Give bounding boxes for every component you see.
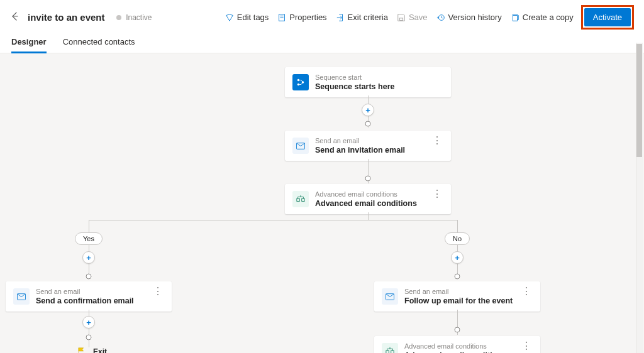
activate-highlight: Activate (581, 5, 634, 30)
save-button: Save (396, 10, 429, 24)
node-title: Advanced email conditions (315, 199, 425, 208)
history-icon (436, 13, 445, 22)
svg-point-6 (297, 79, 300, 82)
svg-point-7 (297, 84, 300, 86)
exit-criteria-button[interactable]: Exit criteria (335, 10, 389, 24)
node-kind: Advanced email conditions (404, 342, 514, 350)
page-header: invite to an event Inactive Edit tags Pr… (0, 0, 644, 33)
email-icon (382, 288, 398, 305)
svg-rect-15 (391, 350, 394, 353)
connector (89, 310, 89, 347)
node-title: Sequence starts here (315, 82, 443, 91)
connector (457, 220, 458, 279)
connector-port (455, 327, 460, 333)
conditions-icon (292, 191, 309, 207)
add-step-button[interactable]: + (362, 104, 374, 116)
tab-strip: Designer Connected contacts (0, 33, 644, 53)
svg-rect-3 (399, 18, 402, 20)
conditions-icon (382, 343, 398, 353)
node-title: Send an invitation email (315, 146, 425, 155)
node-kind: Sequence start (315, 73, 443, 81)
designer-canvas[interactable]: Sequence start Sequence starts here + Se… (0, 53, 644, 353)
node-title: Send a confirmation email (36, 296, 145, 305)
node-more-icon[interactable]: ⋮ (520, 288, 533, 295)
activate-button[interactable]: Activate (584, 8, 631, 26)
connector-port (365, 121, 371, 127)
edit-tags-button[interactable]: Edit tags (224, 10, 270, 24)
tab-designer[interactable]: Designer (11, 33, 47, 53)
node-kind: Send an email (315, 137, 425, 144)
exit-flag-icon (77, 347, 86, 353)
save-icon (397, 13, 406, 22)
create-copy-button[interactable]: Create a copy (509, 10, 575, 24)
tab-connected-contacts[interactable]: Connected contacts (63, 33, 135, 53)
sequence-start-icon (292, 74, 309, 90)
node-send-invitation-email[interactable]: Send an email Send an invitation email ⋮ (285, 131, 451, 161)
vertical-scrollbar-thumb[interactable] (636, 44, 642, 157)
copy-icon (511, 13, 519, 22)
email-icon (292, 138, 309, 154)
svg-rect-10 (297, 198, 299, 201)
tag-icon (225, 13, 234, 22)
exit-icon (336, 13, 345, 22)
add-step-button[interactable]: + (451, 251, 464, 264)
branch-no-label: No (445, 232, 470, 245)
status-indicator: Inactive (111, 13, 152, 22)
connector (368, 212, 369, 220)
connector-port (455, 274, 460, 280)
svg-rect-5 (513, 15, 517, 21)
document-icon (277, 13, 286, 22)
version-history-button[interactable]: Version history (435, 10, 503, 24)
add-step-button[interactable]: + (82, 251, 95, 264)
node-sequence-start[interactable]: Sequence start Sequence starts here (285, 67, 451, 97)
add-step-button[interactable]: + (82, 316, 95, 329)
node-more-icon[interactable]: ⋮ (431, 137, 443, 144)
connector-port (365, 176, 371, 182)
node-follow-up-email[interactable]: Send an email Follow up email for the ev… (374, 281, 540, 312)
node-more-icon[interactable]: ⋮ (520, 342, 533, 350)
node-more-icon[interactable]: ⋮ (431, 190, 443, 198)
svg-rect-14 (386, 350, 389, 353)
node-more-icon[interactable]: ⋮ (152, 288, 164, 295)
svg-rect-11 (302, 198, 304, 201)
node-kind: Send an email (404, 288, 514, 295)
connector (89, 220, 457, 220)
node-kind: Advanced email conditions (315, 190, 425, 198)
branch-yes-label: Yes (75, 232, 103, 245)
header-left: invite to an event Inactive (9, 10, 152, 24)
node-title: Follow up email for the event (404, 296, 514, 305)
email-icon (13, 288, 30, 305)
properties-button[interactable]: Properties (276, 10, 328, 24)
exit-label: Exit (93, 347, 107, 353)
page-title: invite to an event (28, 12, 105, 23)
back-arrow-icon[interactable] (9, 10, 21, 24)
status-text: Inactive (126, 13, 152, 22)
status-dot-icon (116, 15, 121, 20)
command-bar: Edit tags Properties Exit criteria Save … (224, 5, 634, 30)
node-advanced-email-conditions-2[interactable]: Advanced email conditions Advanced email… (374, 336, 540, 353)
connector-port (86, 335, 92, 340)
node-send-confirmation-email[interactable]: Send an email Send a confirmation email … (6, 281, 172, 312)
connector-port (86, 274, 92, 280)
connector (89, 220, 89, 279)
node-kind: Send an email (36, 288, 145, 295)
node-advanced-email-conditions-1[interactable]: Advanced email conditions Advanced email… (285, 184, 451, 214)
